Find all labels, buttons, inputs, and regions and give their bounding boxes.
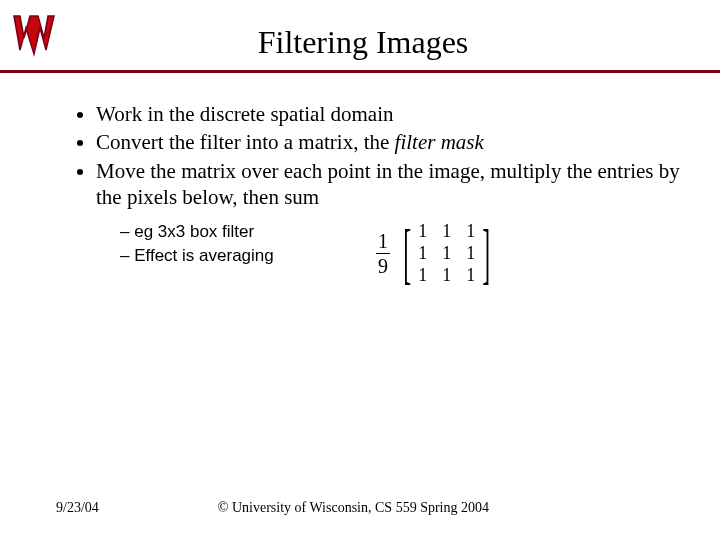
slide-footer: 9/23/04 © University of Wisconsin, CS 55… (0, 500, 720, 516)
matrix-cell: 1 (411, 243, 435, 264)
matrix-cell: 1 (435, 265, 459, 286)
fraction-numerator: 1 (376, 231, 390, 251)
slide-title: Filtering Images (66, 10, 700, 61)
matrix-cell: 1 (411, 221, 435, 242)
slide-content: Work in the discrete spatial domain Conv… (0, 73, 720, 286)
sub-bullet-list: eg 3x3 box filter Effect is averaging (40, 220, 360, 268)
matrix-cell: 1 (459, 265, 483, 286)
footer-date: 9/23/04 (56, 500, 99, 516)
filter-matrix-equation: 1 9 [ 1 1 1 1 1 1 1 1 1 ] (376, 220, 497, 286)
wisconsin-logo (10, 10, 58, 62)
matrix-cell: 1 (435, 221, 459, 242)
right-bracket-icon: ] (482, 223, 490, 283)
bullet-item: Move the matrix over each point in the i… (96, 158, 680, 211)
main-bullet-list: Work in the discrete spatial domain Conv… (40, 101, 680, 210)
matrix-cell: 1 (411, 265, 435, 286)
fraction-bar (376, 253, 390, 254)
matrix-cell: 1 (435, 243, 459, 264)
matrix-cell: 1 (459, 243, 483, 264)
sub-bullet-item: Effect is averaging (120, 244, 360, 268)
bullet-item: Convert the filter into a matrix, the fi… (96, 129, 680, 155)
footer-copyright: © University of Wisconsin, CS 559 Spring… (99, 500, 664, 516)
fraction: 1 9 (376, 231, 390, 276)
fraction-denominator: 9 (376, 256, 390, 276)
left-bracket-icon: [ (403, 223, 411, 283)
matrix-grid: 1 1 1 1 1 1 1 1 1 (411, 220, 483, 286)
bullet-text: Convert the filter into a matrix, the (96, 130, 395, 154)
emphasis-text: filter mask (395, 130, 484, 154)
bullet-item: Work in the discrete spatial domain (96, 101, 680, 127)
sub-bullet-item: eg 3x3 box filter (120, 220, 360, 244)
matrix-cell: 1 (459, 221, 483, 242)
